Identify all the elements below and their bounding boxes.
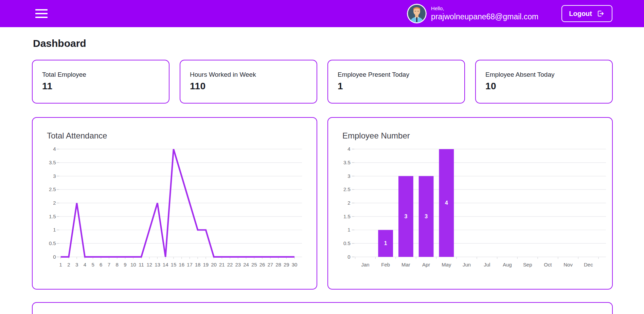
svg-text:18: 18 <box>195 262 201 267</box>
stat-value: 110 <box>190 81 313 92</box>
stat-value: 11 <box>42 81 165 92</box>
svg-text:Sep: Sep <box>523 262 532 267</box>
svg-text:Feb: Feb <box>381 262 390 267</box>
svg-text:25: 25 <box>251 262 257 267</box>
svg-text:Mar: Mar <box>401 262 410 267</box>
employee-number-bar-chart[interactable]: 00.511.522.533.54Jan1Feb3Mar3Apr4MayJunJ… <box>328 118 612 289</box>
header-bar: Hello, prajwolneupane68@gmail.com Logout <box>0 0 644 27</box>
svg-text:3: 3 <box>425 214 428 219</box>
next-section-card-partial <box>32 302 613 314</box>
svg-text:3.5: 3.5 <box>343 160 351 165</box>
header-user-area: Hello, prajwolneupane68@gmail.com Logout <box>407 4 612 23</box>
stat-label: Total Employee <box>42 71 165 78</box>
svg-text:1: 1 <box>53 227 56 233</box>
svg-text:1: 1 <box>384 240 387 246</box>
svg-text:22: 22 <box>227 262 233 267</box>
charts-row: 00.511.522.533.5412345678910111213141516… <box>32 117 613 290</box>
svg-text:27: 27 <box>267 262 273 267</box>
svg-text:0: 0 <box>347 254 350 260</box>
svg-text:3: 3 <box>53 173 56 179</box>
svg-text:3.5: 3.5 <box>49 160 56 165</box>
svg-text:20: 20 <box>211 262 217 267</box>
svg-text:5: 5 <box>91 262 94 267</box>
chart-title: Employee Number <box>342 131 410 141</box>
stat-card-total-employee: Total Employee 11 <box>32 60 169 104</box>
svg-text:17: 17 <box>187 262 193 267</box>
svg-text:May: May <box>442 262 451 267</box>
svg-text:Jul: Jul <box>484 262 490 267</box>
stat-value: 1 <box>338 81 461 92</box>
stat-label: Employee Present Today <box>338 71 461 78</box>
svg-text:4: 4 <box>53 146 56 152</box>
svg-text:21: 21 <box>219 262 225 267</box>
svg-text:29: 29 <box>284 262 289 267</box>
user-email: prajwolneupane68@gmail.com <box>431 12 538 22</box>
svg-text:28: 28 <box>275 262 281 267</box>
stat-card-hours-worked: Hours Worked in Week 110 <box>180 60 317 104</box>
svg-text:3: 3 <box>75 262 78 267</box>
svg-text:4: 4 <box>84 262 86 267</box>
attendance-line-chart[interactable]: 00.511.522.533.5412345678910111213141516… <box>33 118 317 289</box>
logout-exit-icon <box>596 9 605 18</box>
svg-text:30: 30 <box>292 262 298 267</box>
svg-text:4: 4 <box>347 146 350 152</box>
svg-text:1.5: 1.5 <box>343 214 351 219</box>
svg-text:26: 26 <box>260 262 265 267</box>
stat-label: Hours Worked in Week <box>190 71 313 78</box>
svg-text:Nov: Nov <box>564 262 573 267</box>
stat-value: 10 <box>485 81 609 92</box>
svg-text:3: 3 <box>347 173 350 179</box>
svg-text:12: 12 <box>146 262 152 267</box>
hamburger-bar <box>35 13 48 14</box>
svg-text:Dec: Dec <box>584 262 593 267</box>
svg-text:2.5: 2.5 <box>343 187 351 192</box>
svg-text:0: 0 <box>53 254 56 260</box>
svg-text:4: 4 <box>445 200 448 206</box>
svg-text:13: 13 <box>155 262 160 267</box>
svg-text:Jun: Jun <box>463 262 471 267</box>
svg-text:15: 15 <box>171 262 177 267</box>
svg-text:1: 1 <box>347 227 350 233</box>
employee-number-chart-card: 00.511.522.533.54Jan1Feb3Mar3Apr4MayJunJ… <box>327 117 613 290</box>
logout-label: Logout <box>569 10 592 18</box>
svg-text:2.5: 2.5 <box>49 187 56 192</box>
chart-title: Total Attendance <box>47 131 107 141</box>
logout-button[interactable]: Logout <box>561 5 612 22</box>
svg-text:10: 10 <box>130 262 136 267</box>
svg-text:2: 2 <box>347 200 350 206</box>
stat-card-absent-today: Employee Absent Today 10 <box>475 60 613 104</box>
svg-text:1: 1 <box>59 262 62 267</box>
svg-text:24: 24 <box>243 262 249 267</box>
svg-text:23: 23 <box>235 262 241 267</box>
page-title: Dashboard <box>33 38 613 49</box>
svg-text:2: 2 <box>67 262 70 267</box>
user-avatar[interactable] <box>407 4 427 23</box>
svg-text:Apr: Apr <box>422 262 430 267</box>
svg-text:16: 16 <box>179 262 184 267</box>
svg-text:14: 14 <box>163 262 168 267</box>
hamburger-bar <box>35 17 48 18</box>
stats-row: Total Employee 11 Hours Worked in Week 1… <box>32 60 613 104</box>
svg-text:Jan: Jan <box>361 262 369 267</box>
svg-text:11: 11 <box>139 262 144 267</box>
main-content: Dashboard Total Employee 11 Hours Worked… <box>0 38 644 314</box>
attendance-chart-card: 00.511.522.533.5412345678910111213141516… <box>32 117 317 290</box>
svg-text:Oct: Oct <box>544 262 552 267</box>
hamburger-bar <box>35 9 48 11</box>
svg-text:8: 8 <box>116 262 119 267</box>
svg-text:19: 19 <box>203 262 209 267</box>
svg-text:Aug: Aug <box>503 262 512 267</box>
greeting-block: Hello, prajwolneupane68@gmail.com <box>431 5 538 22</box>
hamburger-menu-icon[interactable] <box>35 9 48 18</box>
svg-text:0.5: 0.5 <box>343 241 351 246</box>
svg-text:2: 2 <box>53 200 56 206</box>
stat-card-present-today: Employee Present Today 1 <box>327 60 465 104</box>
svg-text:9: 9 <box>124 262 126 267</box>
svg-text:3: 3 <box>404 214 407 219</box>
greeting-text: Hello, <box>431 5 538 12</box>
svg-text:6: 6 <box>100 262 102 267</box>
svg-text:1.5: 1.5 <box>49 214 56 219</box>
svg-text:7: 7 <box>108 262 110 267</box>
stat-label: Employee Absent Today <box>485 71 609 78</box>
svg-text:0.5: 0.5 <box>49 241 56 246</box>
